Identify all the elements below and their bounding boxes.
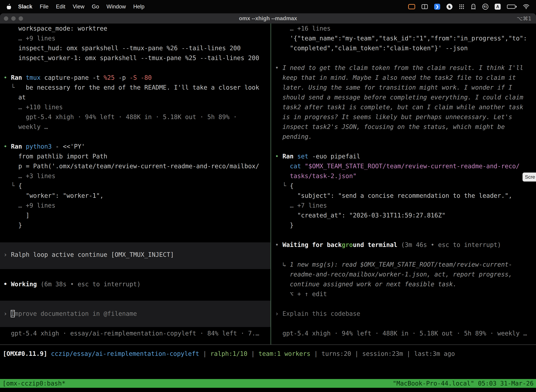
menu-view[interactable]: View xyxy=(69,4,88,10)
terminal-row xyxy=(0,132,270,142)
text-segment: '{"team_name":"my-team","task_id":"1","f… xyxy=(275,35,527,42)
knight-icon[interactable]: ♞ xyxy=(446,4,452,10)
minimize-button[interactable] xyxy=(11,16,16,21)
text-segment: … +110 lines xyxy=(4,104,63,111)
text-segment: task2 after task1 is complete, but can I… xyxy=(275,104,523,111)
screen-recording-icon[interactable] xyxy=(408,4,415,9)
text-segment: readme-and-reco/mailbox/worker-1.json, a… xyxy=(275,271,512,278)
text-segment: is in progress? It seems likely but perh… xyxy=(275,113,512,121)
terminal-row: … +9 lines xyxy=(0,33,270,43)
terminal-row: "worker": "worker-1", xyxy=(0,191,270,201)
terminal-row: └ { xyxy=(0,181,270,191)
right-pane[interactable]: … +16 lines '{"team_name":"my-team","tas… xyxy=(272,23,536,338)
terminal-row: › Ralph loop active continue [OMX_TMUX_I… xyxy=(0,250,270,260)
terminal-row xyxy=(0,230,270,240)
text-segment: … +9 lines xyxy=(4,35,55,42)
blue-app-icon[interactable]: ❯ xyxy=(434,4,440,10)
text-segment: mprove documentation in @filename xyxy=(14,310,137,317)
battery-icon[interactable] xyxy=(507,5,517,9)
menu-go[interactable]: Go xyxy=(88,4,103,10)
menu-window[interactable]: Window xyxy=(103,4,129,10)
status-divider-horizontal xyxy=(0,344,536,345)
terminal-row xyxy=(272,250,536,260)
text-segment: session:23m xyxy=(362,350,403,357)
knight-glyph: ♞ xyxy=(448,4,451,9)
terminal-row: from pathlib import Path xyxy=(0,151,270,161)
menu-slack[interactable]: Slack xyxy=(14,4,36,10)
text-segment: Ralph loop active continue [OMX_TMUX_INJ… xyxy=(11,251,174,258)
terminal-row: • Working (6m 38s • esc to interrupt) xyxy=(0,279,270,289)
traffic-lights xyxy=(0,16,23,21)
terminal-row xyxy=(0,63,270,73)
text-segment: • xyxy=(4,143,11,150)
terminal-row: cat "$OMX_TEAM_STATE_ROOT/team/review-cu… xyxy=(272,161,536,171)
text-segment: └ xyxy=(275,182,290,189)
text-segment: › xyxy=(4,251,11,258)
terminal-row: should send a message before completing … xyxy=(272,92,536,102)
text-segment: } xyxy=(275,222,293,229)
gauge-icon[interactable]: 61 xyxy=(482,4,488,10)
gauge-value: 61 xyxy=(484,5,487,9)
terminal-row: • Ran tmux capture-pane -t %25 -p -S -80 xyxy=(0,73,270,83)
text-segment: %25 xyxy=(104,74,118,81)
close-button[interactable] xyxy=(4,16,8,21)
terminal-row xyxy=(0,299,270,309)
text-segment: Ran xyxy=(282,153,297,160)
text-segment: inspect task2's JSON, focusing on the st… xyxy=(275,123,505,130)
text-segment: Explain this codebase xyxy=(282,310,360,317)
terminal-row xyxy=(272,230,536,240)
tiles-icon[interactable] xyxy=(421,4,428,9)
text-segment: weekly … xyxy=(4,123,48,130)
menu-file[interactable]: File xyxy=(36,4,52,10)
text-segment: cczip/essay/ai-reimplementation-copyleft xyxy=(51,350,199,357)
ghost-icon[interactable] xyxy=(471,4,476,10)
terminal-row xyxy=(0,260,270,269)
text-segment: -S -80 xyxy=(129,74,152,81)
terminal-row xyxy=(0,240,270,250)
terminal-row xyxy=(272,142,536,151)
text-segment: | xyxy=(351,350,362,357)
screenshot-notification-label: Scre xyxy=(525,174,535,180)
wifi-icon[interactable] xyxy=(523,4,529,9)
screenshot-notification[interactable]: Scre xyxy=(522,173,536,182)
text-segment: ralph:1/10 xyxy=(210,350,247,357)
menu-help[interactable]: Help xyxy=(129,4,148,10)
terminal-row: gpt-5.4 xhigh · 94% left · 488K in · 5.1… xyxy=(0,112,270,122)
menubar-status-icons: ❯ ♞ 61 A xyxy=(408,4,531,10)
text-segment: gpt-5.4 xhigh · 94% left · 488K in · 5.1… xyxy=(4,113,237,121)
text-segment: • xyxy=(275,153,282,160)
text-segment: | xyxy=(310,350,321,357)
text-segment: … +3 lines xyxy=(4,173,55,179)
tmux-host-clock: "MacBook-Pro-44.local" 05:03 31-Mar-26 xyxy=(393,379,534,388)
text-segment: ] xyxy=(4,212,29,219)
pane-divider-vertical[interactable] xyxy=(270,23,271,344)
text-segment: └ xyxy=(4,84,26,91)
text-segment: I need to get the claim token from the c… xyxy=(282,64,523,71)
text-segment xyxy=(275,163,290,170)
text-segment: - <<'PY' xyxy=(55,143,85,150)
left-pane[interactable]: workspace_mode: worktree … +9 lines insp… xyxy=(0,23,270,338)
text-segment: • xyxy=(275,64,282,71)
terminal-row: is in progress? It seems likely but perh… xyxy=(272,112,536,122)
terminal-row: gpt-5.4 xhigh · 94% left · 488K in · 5.1… xyxy=(272,328,536,338)
terminal-row: '{"team_name":"my-team","task_id":"1","f… xyxy=(272,33,536,43)
text-segment: "subject": "send a concise recommendatio… xyxy=(275,192,512,199)
text-segment: p = Path('.omx/state/team/review-current… xyxy=(4,163,259,170)
terminal-row: task2 after task1 is complete, but can I… xyxy=(272,102,536,112)
terminal-row: } xyxy=(272,220,536,230)
menu-edit[interactable]: Edit xyxy=(52,4,69,10)
text-segment: workspace_mode: worktree xyxy=(4,25,107,32)
terminal-row: later. Using the same for transition mig… xyxy=(272,83,536,92)
terminal-row xyxy=(0,289,270,299)
terminal-row: … +16 lines xyxy=(272,23,536,33)
terminal-row: … +110 lines xyxy=(0,102,270,112)
text-segment: … +9 lines xyxy=(4,202,55,209)
window-title: omx --xhigh --madmax xyxy=(0,15,536,22)
text-segment: gro xyxy=(342,241,353,248)
text-segment: "worker": "worker-1", xyxy=(4,192,104,199)
input-source-icon[interactable]: A xyxy=(495,4,501,10)
dots-grid-icon[interactable] xyxy=(459,4,464,9)
zoom-button[interactable] xyxy=(19,16,23,21)
apple-menu[interactable] xyxy=(5,4,14,10)
text-segment: | xyxy=(199,350,210,357)
